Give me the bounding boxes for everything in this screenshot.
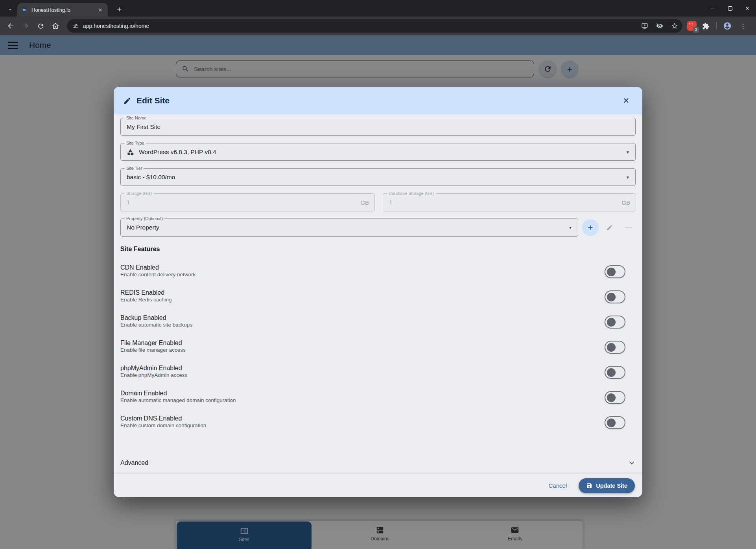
cancel-button[interactable]: Cancel [549, 482, 567, 489]
site-tier-label: Site Tier [125, 165, 144, 171]
back-icon[interactable] [4, 19, 17, 33]
property-select[interactable]: Property (Optional) No Property ▼ [120, 218, 578, 237]
feature-description: Enable file manager access [120, 347, 636, 354]
toggle-knob [607, 419, 616, 427]
db-storage-unit: GB [621, 199, 630, 206]
feature-row-phpmyadmin: phpMyAdmin Enabled Enable phpMyAdmin acc… [120, 364, 636, 380]
feature-description: Enable automatic site backups [120, 321, 636, 329]
dropdown-caret-icon: ▼ [568, 226, 572, 230]
toggle-knob [607, 343, 616, 352]
eye-off-icon[interactable] [654, 20, 665, 31]
bookmark-star-icon[interactable] [669, 20, 680, 31]
feature-description: Enable content delivery network [120, 271, 636, 278]
edit-site-dialog: Edit Site ✕ Site Name Site Type WordPres… [114, 87, 642, 497]
dropdown-caret-icon: ▼ [626, 150, 630, 154]
url-text[interactable]: app.honesthosting.io/home [83, 23, 635, 29]
feature-label: File Manager Enabled [120, 339, 636, 347]
category-icon [127, 148, 134, 156]
browser-tab[interactable]: HH HonestHosting.io ✕ [17, 3, 108, 17]
backup-toggle[interactable] [605, 316, 625, 329]
redis-toggle[interactable] [605, 290, 625, 303]
site-type-label: Site Type [125, 140, 146, 146]
edit-property-button[interactable] [603, 221, 616, 234]
remove-property-button[interactable]: — [622, 221, 635, 234]
new-tab-button[interactable]: + [113, 4, 125, 15]
feature-label: CDN Enabled [120, 264, 636, 271]
dialog-title: Edit Site [136, 96, 170, 105]
tab-search-icon[interactable]: ⌄ [5, 3, 16, 14]
tab-close-icon[interactable]: ✕ [97, 6, 104, 13]
browser-menu-kebab-icon[interactable]: ⋮ [736, 19, 750, 33]
dialog-footer: Cancel Update Site [114, 474, 642, 497]
cdn-toggle[interactable] [605, 265, 625, 278]
update-site-button[interactable]: Update Site [579, 478, 635, 493]
extension-red-icon[interactable]: 3 [687, 21, 697, 31]
toggle-knob [607, 368, 616, 377]
site-type-select[interactable]: Site Type WordPress v6.8.3, PHP v8.4 ▼ [120, 143, 636, 161]
custom-dns-toggle[interactable] [605, 416, 625, 429]
storage-label: Storage (GB) [125, 191, 153, 196]
dialog-header: Edit Site ✕ [114, 87, 642, 114]
advanced-label: Advanced [120, 459, 148, 466]
db-storage-label: Database Storage (GB) [387, 191, 435, 196]
home-icon[interactable] [49, 19, 62, 33]
feature-description: Enable custom domain configuration [120, 422, 636, 429]
site-type-value: WordPress v6.8.3, PHP v8.4 [139, 149, 216, 156]
advanced-expander[interactable]: Advanced [120, 459, 636, 467]
site-name-field[interactable]: Site Name [120, 118, 636, 136]
storage-unit: GB [360, 199, 369, 206]
add-property-button[interactable]: + [582, 219, 599, 236]
feature-label: Backup Enabled [120, 314, 636, 321]
browser-toolbar: app.honesthosting.io/home 3 ⋮ [0, 17, 756, 35]
property-value: No Property [127, 224, 159, 231]
feature-label: REDIS Enabled [120, 289, 636, 296]
site-info-icon[interactable] [72, 23, 79, 29]
close-window-button[interactable]: ✕ [739, 0, 756, 17]
feature-row-backup: Backup Enabled Enable automatic site bac… [120, 314, 636, 330]
feature-label: phpMyAdmin Enabled [120, 364, 636, 372]
feature-description: Enable phpMyAdmin access [120, 372, 636, 379]
chevron-down-icon [628, 459, 636, 467]
install-app-icon[interactable] [639, 20, 650, 31]
site-features-heading: Site Features [120, 246, 160, 253]
save-icon [586, 483, 592, 489]
dropdown-caret-icon: ▼ [626, 175, 630, 179]
forward-icon[interactable] [19, 19, 32, 33]
storage-value: 1 [127, 199, 130, 206]
reload-icon[interactable] [34, 19, 47, 33]
toggle-knob [607, 293, 616, 301]
update-site-label: Update Site [596, 483, 627, 489]
site-name-label: Site Name [125, 115, 148, 121]
maximize-button[interactable] [721, 0, 739, 17]
site-tier-select[interactable]: Site Tier basic - $10.00/mo ▼ [120, 168, 636, 186]
toggle-knob [607, 393, 616, 402]
favicon-shield-icon: HH [21, 7, 28, 13]
extensions-puzzle-icon[interactable] [699, 19, 712, 33]
browser-tab-strip: ⌄ HH HonestHosting.io ✕ + — ✕ [0, 0, 756, 17]
tab-title: HonestHosting.io [31, 7, 93, 13]
feature-label: Custom DNS Enabled [120, 415, 636, 422]
window-controls: — ✕ [704, 0, 756, 17]
address-bar[interactable]: app.honesthosting.io/home [67, 19, 682, 33]
minimize-button[interactable]: — [704, 0, 721, 17]
edit-pencil-icon [123, 97, 131, 105]
extension-badge: 3 [693, 27, 699, 33]
feature-row-custom-dns: Custom DNS Enabled Enable custom domain … [120, 415, 636, 430]
toggle-knob [607, 268, 616, 276]
file-manager-toggle[interactable] [605, 341, 625, 354]
toggle-knob [607, 318, 616, 327]
db-storage-field: Database Storage (GB) 1 GB [383, 193, 636, 211]
feature-row-cdn: CDN Enabled Enable content delivery netw… [120, 264, 636, 279]
profile-avatar[interactable] [721, 19, 734, 33]
db-storage-value: 1 [389, 199, 393, 206]
toolbar-right-icons: 3 ⋮ [687, 19, 752, 33]
feature-row-file-manager: File Manager Enabled Enable file manager… [120, 339, 636, 355]
svg-text:HH: HH [23, 9, 26, 11]
storage-field: Storage (GB) 1 GB [120, 193, 375, 211]
phpmyadmin-toggle[interactable] [605, 366, 625, 379]
feature-description: Enable automatic managed domain configur… [120, 397, 636, 404]
site-tier-value: basic - $10.00/mo [127, 174, 175, 181]
domain-toggle[interactable] [605, 391, 625, 404]
site-name-input[interactable] [127, 123, 591, 130]
dialog-close-icon[interactable]: ✕ [620, 94, 633, 107]
